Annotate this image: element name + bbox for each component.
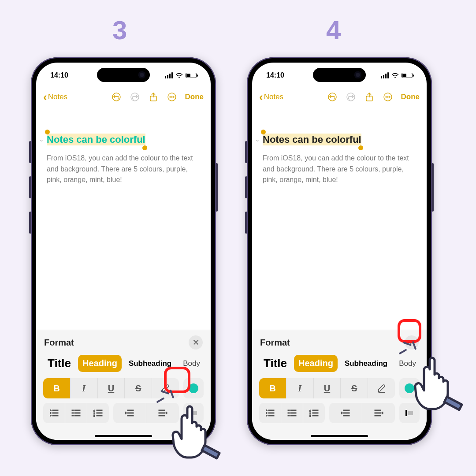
svg-rect-68 [375, 413, 381, 413]
svg-rect-55 [290, 415, 296, 416]
battery-icon [186, 73, 197, 78]
svg-rect-50 [288, 410, 290, 411]
svg-rect-33 [159, 415, 165, 416]
style-title[interactable]: Title [259, 353, 291, 374]
style-subheading[interactable]: Subheading [340, 356, 392, 372]
wifi-icon [175, 73, 183, 78]
note-body[interactable]: From iOS18, you can add the colour to th… [263, 153, 416, 186]
svg-rect-26 [127, 410, 134, 411]
selection-handle-start[interactable] [45, 130, 50, 134]
selection-handle-end[interactable] [358, 145, 363, 150]
outdent-button[interactable] [113, 403, 146, 423]
underline-button[interactable]: U [97, 378, 125, 398]
more-icon[interactable] [167, 92, 177, 102]
paragraph-style-row: Title Heading Subheading Body [43, 353, 204, 374]
done-button[interactable]: Done [401, 93, 420, 101]
style-heading[interactable]: Heading [294, 355, 338, 372]
outdent-button[interactable] [329, 403, 362, 423]
list-style-segment: 123 [43, 403, 109, 423]
style-body[interactable]: Body [178, 356, 204, 372]
bold-button[interactable]: B [259, 378, 286, 398]
numbered-list-button[interactable]: 123 [87, 403, 109, 423]
text-color-button[interactable] [183, 378, 204, 398]
status-time: 14:10 [266, 71, 284, 79]
svg-rect-16 [72, 413, 74, 413]
svg-rect-29 [127, 415, 134, 416]
cellular-icon [381, 72, 389, 78]
selection-handle-start[interactable] [261, 130, 266, 134]
svg-rect-54 [288, 415, 290, 416]
back-button[interactable]: ‹ Notes [43, 91, 67, 103]
svg-rect-65 [343, 415, 350, 416]
share-icon[interactable] [148, 92, 159, 102]
svg-rect-17 [74, 413, 80, 413]
step-number-3: 3 [112, 15, 127, 45]
dynamic-island [97, 68, 150, 82]
svg-marker-27 [125, 412, 127, 414]
back-label: Notes [48, 93, 67, 101]
redo-icon[interactable] [130, 92, 140, 102]
share-icon[interactable] [364, 92, 375, 102]
bold-button[interactable]: B [43, 378, 70, 398]
selection-handle-end[interactable] [142, 145, 147, 150]
style-heading[interactable]: Heading [78, 355, 122, 372]
svg-rect-13 [52, 415, 58, 416]
italic-button[interactable]: I [70, 378, 97, 398]
redo-icon[interactable] [346, 92, 356, 102]
svg-point-41 [387, 97, 388, 97]
undo-icon[interactable] [111, 92, 122, 102]
dash-list-button[interactable] [281, 403, 303, 423]
svg-rect-70 [405, 410, 407, 416]
svg-rect-57 [312, 410, 318, 411]
underline-button[interactable]: U [313, 378, 341, 398]
tap-hand-icon [410, 353, 467, 419]
svg-point-4 [170, 97, 171, 97]
svg-text:3: 3 [309, 415, 311, 417]
svg-rect-59 [312, 413, 318, 413]
style-subheading[interactable]: Subheading [124, 356, 176, 372]
bullet-list-button[interactable] [43, 403, 65, 423]
svg-rect-62 [343, 410, 350, 411]
format-panel-title: Format [260, 338, 290, 348]
fold-chevron-icon[interactable]: ⌄ [255, 136, 260, 143]
svg-rect-25 [97, 415, 102, 416]
svg-rect-11 [52, 413, 58, 413]
note-title[interactable]: Notes can be colorful [47, 134, 145, 145]
highlighter-button[interactable] [368, 378, 395, 398]
svg-point-5 [171, 97, 172, 97]
list-style-segment: 123 [259, 403, 325, 423]
italic-button[interactable]: I [286, 378, 313, 398]
more-icon[interactable] [383, 92, 393, 102]
undo-icon[interactable] [327, 92, 338, 102]
note-body[interactable]: From iOS18, you can add the colour to th… [47, 153, 200, 186]
text-format-segment: B I U S [259, 378, 395, 398]
close-icon: ✕ [193, 338, 199, 347]
svg-marker-31 [165, 412, 167, 414]
done-button[interactable]: Done [185, 93, 204, 101]
style-title[interactable]: Title [43, 353, 75, 374]
dash-list-button[interactable] [65, 403, 87, 423]
back-button[interactable]: ‹ Notes [259, 91, 283, 103]
wifi-icon [391, 73, 399, 78]
svg-rect-69 [375, 415, 381, 416]
svg-rect-49 [268, 415, 274, 416]
paragraph-style-row: Title Heading Subheading Body [259, 353, 420, 374]
svg-point-48 [266, 415, 267, 416]
svg-point-42 [389, 97, 390, 97]
svg-rect-66 [375, 410, 381, 411]
home-indicator[interactable] [95, 435, 152, 437]
svg-rect-21 [97, 410, 102, 411]
strikethrough-button[interactable]: S [124, 378, 152, 398]
close-format-button[interactable]: ✕ [189, 335, 203, 350]
home-indicator[interactable] [311, 435, 368, 437]
note-title[interactable]: Notes can be colorful [263, 134, 361, 145]
fold-chevron-icon[interactable]: ⌄ [39, 136, 44, 143]
chevron-left-icon: ‹ [43, 91, 47, 103]
svg-rect-51 [290, 410, 296, 411]
numbered-list-button[interactable]: 123 [303, 403, 325, 423]
strikethrough-button[interactable]: S [340, 378, 368, 398]
svg-rect-23 [97, 413, 102, 413]
indent-button[interactable] [362, 403, 395, 423]
phone-frame-step4: 14:10 ‹ Notes Done [247, 57, 432, 445]
bullet-list-button[interactable] [259, 403, 281, 423]
